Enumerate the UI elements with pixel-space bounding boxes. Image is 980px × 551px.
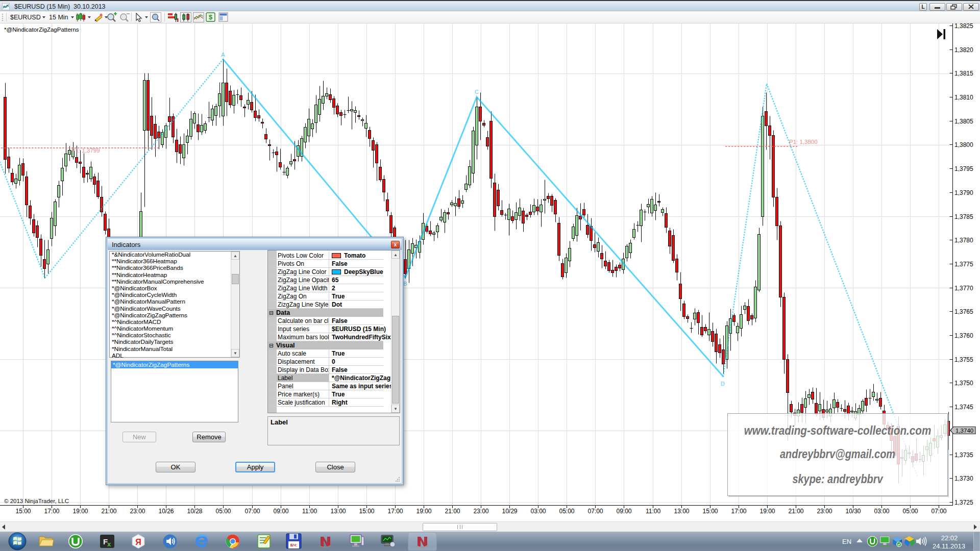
svg-text:15:00: 15:00 xyxy=(359,508,374,515)
svg-text:1,3800: 1,3800 xyxy=(954,141,973,148)
svg-text:10/28: 10/28 xyxy=(187,508,202,515)
svg-text:05:00: 05:00 xyxy=(215,508,231,515)
svg-text:1,3770: 1,3770 xyxy=(954,285,973,292)
svg-text:1,3780: 1,3780 xyxy=(954,237,973,244)
svg-text:1,3820: 1,3820 xyxy=(954,46,973,54)
svg-text:15:00: 15:00 xyxy=(702,508,718,515)
svg-text:23:00: 23:00 xyxy=(130,508,145,515)
svg-text:P1: 1,3800: P1: 1,3800 xyxy=(789,139,818,145)
svg-text:24.11.2013: 24.11.2013 xyxy=(933,542,965,550)
svg-text:03:00: 03:00 xyxy=(874,508,889,515)
svg-text:05:00: 05:00 xyxy=(902,508,918,515)
svg-text:17:00: 17:00 xyxy=(731,508,746,515)
svg-text:10/26: 10/26 xyxy=(158,508,174,515)
svg-text:D: D xyxy=(721,381,725,387)
svg-text:1,3750: 1,3750 xyxy=(954,380,973,387)
svg-text:19:00: 19:00 xyxy=(760,508,775,515)
svg-text:x: x xyxy=(107,540,111,548)
svg-text:05:00: 05:00 xyxy=(559,508,574,515)
svg-text:07:00: 07:00 xyxy=(587,508,603,515)
svg-text:03:00: 03:00 xyxy=(530,508,546,515)
svg-text:C: C xyxy=(475,89,479,95)
svg-text:09:00: 09:00 xyxy=(616,508,631,515)
svg-text:A: A xyxy=(221,52,225,58)
svg-text:17:00: 17:00 xyxy=(387,508,403,515)
svg-text:1,3795: 1,3795 xyxy=(954,165,973,172)
svg-text:23:00: 23:00 xyxy=(817,508,832,515)
svg-text:22:02: 22:02 xyxy=(941,534,958,542)
svg-text:1,3775: 1,3775 xyxy=(954,261,973,268)
svg-text:1,3735: 1,3735 xyxy=(954,452,973,459)
svg-text:1,3765: 1,3765 xyxy=(954,308,973,315)
svg-text:10/29: 10/29 xyxy=(502,508,517,515)
svg-text:1,3815: 1,3815 xyxy=(954,70,973,77)
svg-text:БЧ:: БЧ: xyxy=(290,543,298,547)
svg-text:19:00: 19:00 xyxy=(416,508,431,515)
svg-text:19:00: 19:00 xyxy=(72,508,88,515)
svg-text:1,3755: 1,3755 xyxy=(954,356,973,363)
svg-text:15:00: 15:00 xyxy=(15,508,31,515)
svg-text:11:00: 11:00 xyxy=(646,508,660,515)
svg-text:1,3730: 1,3730 xyxy=(954,475,973,482)
svg-text:1,3825: 1,3825 xyxy=(954,23,973,30)
svg-text:P1: 1,3799: P1: 1,3799 xyxy=(71,147,100,154)
svg-text:Я: Я xyxy=(135,538,141,546)
svg-text:$: $ xyxy=(209,13,213,21)
svg-text:21:00: 21:00 xyxy=(445,508,460,515)
svg-text:1,3740: 1,3740 xyxy=(955,428,973,434)
svg-text:17:00: 17:00 xyxy=(44,508,59,515)
svg-text:10/30: 10/30 xyxy=(845,508,861,515)
svg-text:1,3760: 1,3760 xyxy=(954,332,973,339)
svg-text:21:00: 21:00 xyxy=(101,508,116,515)
svg-text:1,3810: 1,3810 xyxy=(954,94,973,101)
svg-text:1,3805: 1,3805 xyxy=(954,118,973,125)
svg-text:13:00: 13:00 xyxy=(674,508,689,515)
svg-text:EN: EN xyxy=(842,538,851,545)
svg-text:1,3745: 1,3745 xyxy=(954,404,973,411)
svg-text:1,3790: 1,3790 xyxy=(954,189,973,196)
svg-text:09:00: 09:00 xyxy=(273,508,288,515)
svg-text:07:00: 07:00 xyxy=(931,508,946,515)
svg-text:1,3785: 1,3785 xyxy=(954,213,973,220)
svg-text:13:00: 13:00 xyxy=(330,508,346,515)
svg-text:21:00: 21:00 xyxy=(788,508,803,515)
svg-text:07:00: 07:00 xyxy=(244,508,260,515)
svg-text:1,3725: 1,3725 xyxy=(954,499,973,506)
svg-text:B: B xyxy=(403,281,407,287)
svg-text:23:00: 23:00 xyxy=(473,508,488,515)
svg-text:11:00: 11:00 xyxy=(302,508,317,515)
